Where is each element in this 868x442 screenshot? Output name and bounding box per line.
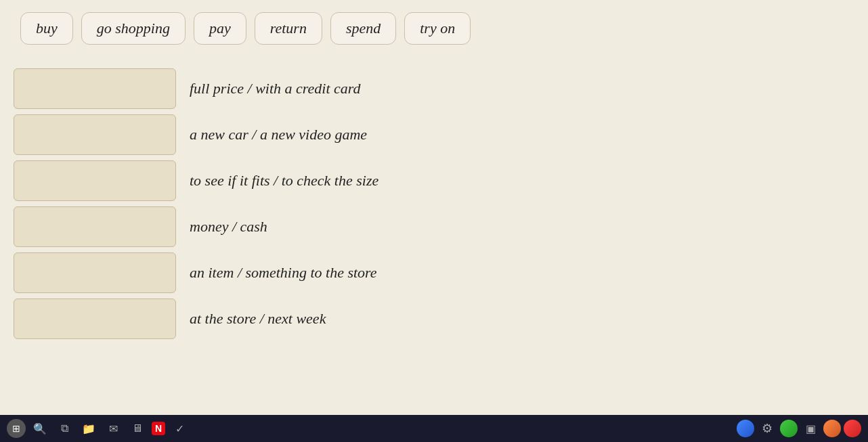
- secondary-chrome-icon[interactable]: [823, 420, 841, 437]
- netflix-icon[interactable]: N: [152, 422, 165, 435]
- hint-text-3: to see if it fits / to check the size: [190, 172, 378, 190]
- check-icon[interactable]: ✓: [169, 418, 190, 439]
- answer-box-6[interactable]: [14, 299, 176, 339]
- hint-text-2: a new car / a new video game: [190, 126, 367, 143]
- answer-box-3[interactable]: [14, 160, 176, 201]
- hint-text-1: full price / with a credit card: [190, 80, 361, 97]
- taskbar: ⊞ 🔍 ⧉ 📁 ✉ 🖥 N ✓ ⚙ ▣: [0, 415, 868, 442]
- display-icon[interactable]: ▣: [800, 418, 821, 439]
- mail-icon[interactable]: ✉: [103, 418, 123, 439]
- match-row-1: full price / with a credit card: [14, 68, 848, 109]
- chip-return[interactable]: return: [255, 12, 322, 45]
- taskview-icon[interactable]: ⧉: [54, 418, 74, 439]
- match-row-5: an item / something to the store: [14, 252, 848, 293]
- settings-icon[interactable]: ⚙: [757, 418, 777, 439]
- network-icon[interactable]: [737, 420, 754, 437]
- chip-go-shopping[interactable]: go shopping: [81, 12, 186, 45]
- match-row-6: at the store / next week: [14, 299, 848, 339]
- chip-try-on[interactable]: try on: [404, 12, 471, 45]
- match-row-2: a new car / a new video game: [14, 114, 848, 155]
- chrome-icon[interactable]: [780, 420, 798, 437]
- hint-text-5: an item / something to the store: [190, 264, 377, 282]
- hint-text-4: money / cash: [190, 218, 267, 236]
- chip-buy[interactable]: buy: [20, 12, 73, 45]
- match-row-4: money / cash: [14, 206, 848, 247]
- chip-pay[interactable]: pay: [194, 12, 246, 45]
- search-icon[interactable]: 🔍: [30, 418, 50, 439]
- answer-box-1[interactable]: [14, 68, 176, 109]
- answer-box-2[interactable]: [14, 114, 176, 155]
- answer-box-4[interactable]: [14, 206, 176, 247]
- match-row-3: to see if it fits / to check the size: [14, 160, 848, 201]
- opera-icon[interactable]: [844, 420, 861, 437]
- hint-text-6: at the store / next week: [190, 310, 326, 328]
- top-section: buy go shopping pay return spend try on: [0, 0, 868, 55]
- browser-icon[interactable]: 🖥: [127, 418, 148, 439]
- main-content: full price / with a credit card a new ca…: [0, 55, 868, 358]
- start-button[interactable]: ⊞: [7, 419, 26, 438]
- chip-spend[interactable]: spend: [330, 12, 396, 45]
- file-manager-icon[interactable]: 📁: [79, 418, 99, 439]
- answer-box-5[interactable]: [14, 252, 176, 293]
